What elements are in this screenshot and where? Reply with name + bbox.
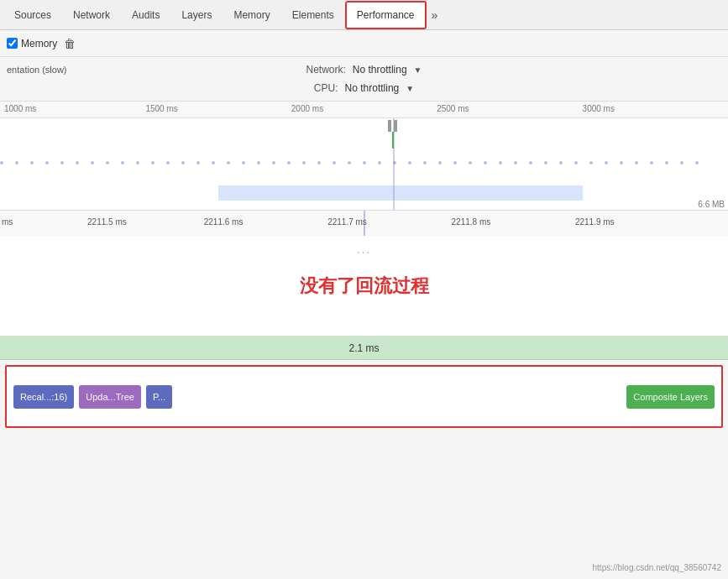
dot bbox=[287, 161, 291, 164]
dot bbox=[91, 161, 94, 164]
dot bbox=[272, 161, 275, 164]
ruler-tick-3: 2500 ms bbox=[437, 104, 469, 113]
network-setting: entation (slow) Network: No throttling ▼ bbox=[7, 60, 721, 79]
cpu-value: No throttling bbox=[345, 82, 400, 94]
dot-row bbox=[0, 160, 728, 165]
tab-elements[interactable]: Elements bbox=[281, 2, 345, 29]
dot bbox=[302, 161, 306, 164]
ruler-tick-2: 2000 ms bbox=[291, 104, 323, 113]
memory-checkbox[interactable] bbox=[7, 38, 18, 49]
detail-tick-5: 2211.9 ms bbox=[575, 217, 615, 227]
tab-network[interactable]: Network bbox=[62, 2, 121, 29]
dot bbox=[363, 161, 366, 164]
pause-bar-right bbox=[394, 120, 397, 132]
green-bar: 2.1 ms bbox=[0, 336, 728, 360]
dot bbox=[166, 161, 170, 164]
cpu-setting: CPU: No throttling ▼ bbox=[7, 79, 721, 97]
tab-layers[interactable]: Layers bbox=[170, 2, 223, 29]
dot bbox=[181, 161, 185, 164]
detail-tick-2: 2211.6 ms bbox=[204, 217, 244, 227]
dot bbox=[106, 161, 109, 164]
cpu-dropdown-arrow[interactable]: ▼ bbox=[406, 84, 414, 93]
dot bbox=[499, 161, 502, 164]
ruler-tick-4: 3000 ms bbox=[583, 104, 615, 113]
dot bbox=[348, 161, 351, 164]
detail-tick-0: ms bbox=[2, 217, 13, 227]
cpu-context: entation (slow) bbox=[7, 65, 67, 75]
detail-ruler: ms 2211.5 ms 2211.6 ms 2211.7 ms 2211.8 … bbox=[0, 211, 728, 236]
dot bbox=[408, 161, 411, 164]
tab-bar: Sources Network Audits Layers Memory Ele… bbox=[0, 0, 728, 30]
network-value: No throttling bbox=[353, 64, 407, 76]
task-block-upda[interactable]: Upda...Tree bbox=[79, 385, 141, 409]
watermark: https://blog.csdn.net/qq_38560742 bbox=[593, 563, 721, 572]
dot bbox=[514, 161, 517, 164]
dot bbox=[378, 161, 381, 164]
detail-tick-3: 2211.7 ms bbox=[327, 217, 367, 227]
dot bbox=[317, 161, 321, 164]
toolbar: Memory 🗑 bbox=[0, 30, 728, 57]
network-label: Network: bbox=[306, 64, 346, 76]
tab-more-button[interactable]: » bbox=[427, 5, 443, 25]
dot bbox=[423, 161, 427, 164]
dot bbox=[484, 161, 487, 164]
dot bbox=[650, 161, 653, 164]
dot bbox=[227, 161, 230, 164]
green-bar-label: 2.1 ms bbox=[348, 342, 379, 354]
timeline-overview: 1000 ms 1500 ms 2000 ms 2500 ms 3000 ms bbox=[0, 102, 728, 211]
ruler-tick-0: 1000 ms bbox=[4, 104, 36, 113]
dot bbox=[257, 161, 260, 164]
tab-performance[interactable]: Performance bbox=[345, 1, 427, 29]
ruler-tick-1: 1500 ms bbox=[145, 104, 177, 113]
detail-tick-1: 2211.5 ms bbox=[87, 217, 127, 227]
dot bbox=[665, 161, 668, 164]
detail-tick-4: 2211.8 ms bbox=[452, 217, 491, 227]
settings-row: entation (slow) Network: No throttling ▼… bbox=[0, 57, 728, 102]
cpu-label: CPU: bbox=[314, 82, 338, 94]
network-dropdown-arrow[interactable]: ▼ bbox=[414, 65, 422, 75]
green-tick bbox=[392, 132, 394, 149]
trash-icon[interactable]: 🗑 bbox=[64, 37, 76, 50]
dot bbox=[574, 161, 578, 164]
dot bbox=[15, 161, 18, 164]
pause-bar-left bbox=[388, 120, 391, 132]
dot bbox=[620, 161, 623, 164]
dot bbox=[695, 161, 699, 164]
task-block-composite[interactable]: Composite Layers bbox=[626, 385, 715, 409]
no-reflow-text: 没有了回流过程 bbox=[300, 274, 429, 299]
task-block-p[interactable]: P... bbox=[146, 385, 172, 409]
dot bbox=[136, 161, 139, 164]
main-content-area: ... 没有了回流过程 bbox=[0, 236, 728, 336]
detail-cursor-line bbox=[364, 211, 365, 236]
dot bbox=[212, 161, 215, 164]
tab-audits[interactable]: Audits bbox=[121, 2, 170, 29]
task-block-recal[interactable]: Recal...:16) bbox=[13, 385, 74, 409]
dot bbox=[453, 161, 457, 164]
dot bbox=[544, 161, 547, 164]
mb-label: 6.6 MB bbox=[698, 200, 725, 209]
timeline-ruler: 1000 ms 1500 ms 2000 ms 2500 ms 3000 ms bbox=[0, 102, 728, 118]
memory-checkbox-label[interactable]: Memory bbox=[7, 38, 57, 50]
timeline-area[interactable]: 6.6 MB bbox=[0, 118, 728, 211]
dot bbox=[196, 161, 200, 164]
dot bbox=[605, 161, 608, 164]
dot bbox=[635, 161, 638, 164]
dot bbox=[242, 161, 245, 164]
dots-indicator: ... bbox=[357, 243, 372, 256]
dot bbox=[30, 161, 34, 164]
blue-selection bbox=[218, 185, 583, 201]
tab-sources[interactable]: Sources bbox=[3, 2, 62, 29]
dot bbox=[151, 161, 155, 164]
tab-memory[interactable]: Memory bbox=[223, 2, 280, 29]
dot bbox=[469, 161, 472, 164]
dot bbox=[76, 161, 79, 164]
dot bbox=[0, 161, 3, 164]
bottom-task-section: Recal...:16) Upda...Tree P... Composite … bbox=[5, 365, 723, 428]
dot bbox=[529, 161, 532, 164]
dot bbox=[333, 161, 336, 164]
dot bbox=[559, 161, 563, 164]
memory-label: Memory bbox=[21, 38, 57, 50]
dot bbox=[121, 161, 124, 164]
dot bbox=[680, 161, 683, 164]
dot bbox=[45, 161, 49, 164]
